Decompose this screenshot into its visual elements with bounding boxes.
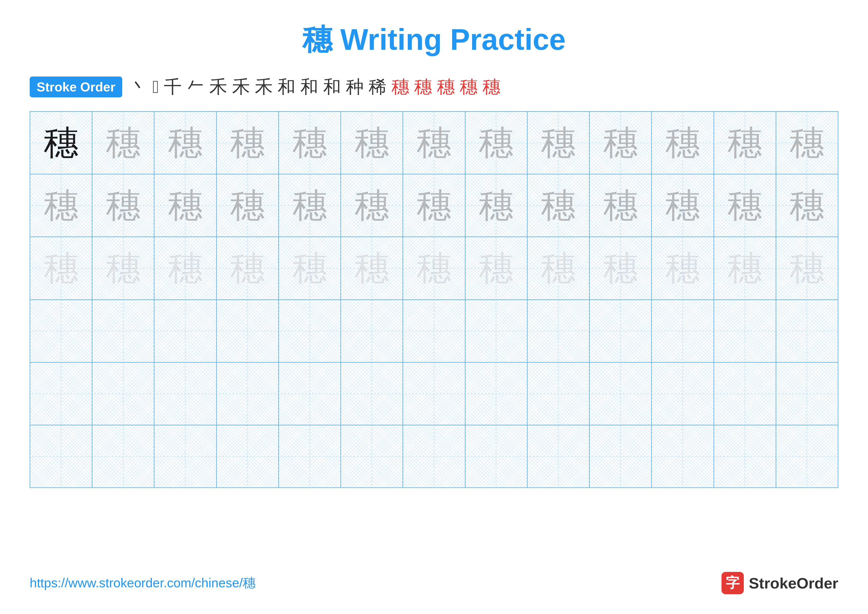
grid-cell-0-10[interactable]: 穗 (652, 112, 714, 174)
grid-cell-3-2[interactable] (154, 300, 217, 362)
grid-cell-5-4[interactable] (279, 425, 341, 487)
grid-cell-2-5[interactable]: 穗 (341, 237, 403, 299)
grid-cell-2-7[interactable]: 穗 (465, 237, 527, 299)
grid-cell-3-10[interactable] (652, 300, 714, 362)
grid-cell-4-2[interactable] (154, 362, 217, 425)
grid-cell-3-0[interactable] (30, 300, 92, 362)
grid-cell-4-4[interactable] (279, 362, 341, 425)
grid-cell-5-10[interactable] (652, 425, 714, 487)
grid-cell-2-2[interactable]: 穗 (154, 237, 217, 299)
logo-icon: 字 (722, 572, 744, 594)
grid-cell-3-1[interactable] (92, 300, 154, 362)
grid-cell-2-6[interactable]: 穗 (403, 237, 465, 299)
grid-cell-4-12[interactable] (776, 362, 838, 425)
grid-cell-5-11[interactable] (714, 425, 776, 487)
grid-cell-1-8[interactable]: 穗 (527, 174, 590, 236)
grid-cell-4-0[interactable] (30, 362, 92, 425)
grid-cell-0-0[interactable]: 穗 (30, 112, 92, 174)
grid-cell-5-7[interactable] (465, 425, 527, 487)
grid-cell-2-4[interactable]: 穗 (279, 237, 341, 299)
grid-cell-3-8[interactable] (527, 300, 590, 362)
footer-logo: 字 StrokeOrder (722, 572, 838, 594)
title-char: 穗 (302, 23, 332, 56)
grid-row-5 (30, 425, 838, 487)
grid-cell-1-4[interactable]: 穗 (279, 174, 341, 236)
grid-cell-1-9[interactable]: 穗 (590, 174, 652, 236)
grid-cell-4-6[interactable] (403, 362, 465, 425)
grid-cell-5-8[interactable] (527, 425, 590, 487)
grid-cell-5-12[interactable] (776, 425, 838, 487)
grid-cell-5-1[interactable] (92, 425, 154, 487)
cell-char-2-3: 穗 (230, 251, 265, 286)
grid-cell-5-9[interactable] (590, 425, 652, 487)
grid-cell-0-6[interactable]: 穗 (403, 112, 465, 174)
grid-cell-2-1[interactable]: 穗 (92, 237, 154, 299)
grid-cell-5-6[interactable] (403, 425, 465, 487)
grid-cell-2-9[interactable]: 穗 (590, 237, 652, 299)
stroke-char-13: 穗 (414, 75, 432, 99)
grid-cell-3-6[interactable] (403, 300, 465, 362)
stroke-order-row: Stroke Order 丶𠃊千𠂉禾禾禾和和和种稀穗穗穗穗穗 (30, 75, 838, 99)
cell-char-0-11: 穗 (727, 126, 762, 160)
grid-cell-5-2[interactable] (154, 425, 217, 487)
cell-char-1-2: 穗 (168, 188, 203, 223)
grid-cell-2-3[interactable]: 穗 (217, 237, 279, 299)
grid-cell-0-3[interactable]: 穗 (217, 112, 279, 174)
grid-cell-0-9[interactable]: 穗 (590, 112, 652, 174)
grid-cell-4-11[interactable] (714, 362, 776, 425)
grid-cell-1-5[interactable]: 穗 (341, 174, 403, 236)
grid-cell-1-3[interactable]: 穗 (217, 174, 279, 236)
grid-cell-1-0[interactable]: 穗 (30, 174, 92, 236)
grid-cell-2-12[interactable]: 穗 (776, 237, 838, 299)
cell-char-0-9: 穗 (603, 126, 638, 160)
grid-cell-1-2[interactable]: 穗 (154, 174, 217, 236)
cell-char-2-0: 穗 (44, 251, 78, 286)
grid-cell-2-8[interactable]: 穗 (527, 237, 590, 299)
cell-char-1-7: 穗 (479, 188, 513, 223)
grid-cell-4-9[interactable] (590, 362, 652, 425)
grid-cell-4-3[interactable] (217, 362, 279, 425)
grid-cell-4-7[interactable] (465, 362, 527, 425)
grid-cell-0-5[interactable]: 穗 (341, 112, 403, 174)
grid-cell-2-10[interactable]: 穗 (652, 237, 714, 299)
grid-cell-3-11[interactable] (714, 300, 776, 362)
grid-cell-1-6[interactable]: 穗 (403, 174, 465, 236)
cell-char-0-2: 穗 (168, 126, 203, 160)
grid-cell-5-5[interactable] (341, 425, 403, 487)
grid-cell-0-7[interactable]: 穗 (465, 112, 527, 174)
grid-cell-2-0[interactable]: 穗 (30, 237, 92, 299)
grid-cell-3-5[interactable] (341, 300, 403, 362)
grid-cell-5-0[interactable] (30, 425, 92, 487)
grid-cell-1-10[interactable]: 穗 (652, 174, 714, 236)
grid-row-2: 穗穗穗穗穗穗穗穗穗穗穗穗穗 (30, 237, 838, 300)
grid-cell-3-4[interactable] (279, 300, 341, 362)
grid-cell-0-1[interactable]: 穗 (92, 112, 154, 174)
grid-cell-0-4[interactable]: 穗 (279, 112, 341, 174)
stroke-chars-container: 丶𠃊千𠂉禾禾禾和和和种稀穗穗穗穗穗 (130, 75, 500, 99)
grid-cell-4-10[interactable] (652, 362, 714, 425)
grid-cell-0-8[interactable]: 穗 (527, 112, 590, 174)
grid-cell-1-1[interactable]: 穗 (92, 174, 154, 236)
grid-cell-0-2[interactable]: 穗 (154, 112, 217, 174)
grid-cell-1-7[interactable]: 穗 (465, 174, 527, 236)
cell-char-2-9: 穗 (603, 251, 638, 286)
grid-cell-4-5[interactable] (341, 362, 403, 425)
grid-cell-4-1[interactable] (92, 362, 154, 425)
grid-cell-5-3[interactable] (217, 425, 279, 487)
grid-cell-3-12[interactable] (776, 300, 838, 362)
footer-url[interactable]: https://www.strokeorder.com/chinese/穗 (30, 574, 256, 592)
grid-cell-4-8[interactable] (527, 362, 590, 425)
grid-cell-3-9[interactable] (590, 300, 652, 362)
stroke-order-badge: Stroke Order (30, 76, 122, 97)
grid-cell-2-11[interactable]: 穗 (714, 237, 776, 299)
grid-cell-3-3[interactable] (217, 300, 279, 362)
cell-char-0-1: 穗 (106, 126, 141, 160)
grid-cell-0-12[interactable]: 穗 (776, 112, 838, 174)
grid-cell-0-11[interactable]: 穗 (714, 112, 776, 174)
stroke-char-15: 穗 (460, 75, 477, 99)
grid-cell-1-11[interactable]: 穗 (714, 174, 776, 236)
grid-cell-1-12[interactable]: 穗 (776, 174, 838, 236)
cell-char-1-3: 穗 (230, 188, 265, 223)
grid-cell-3-7[interactable] (465, 300, 527, 362)
stroke-char-7: 和 (277, 75, 295, 99)
